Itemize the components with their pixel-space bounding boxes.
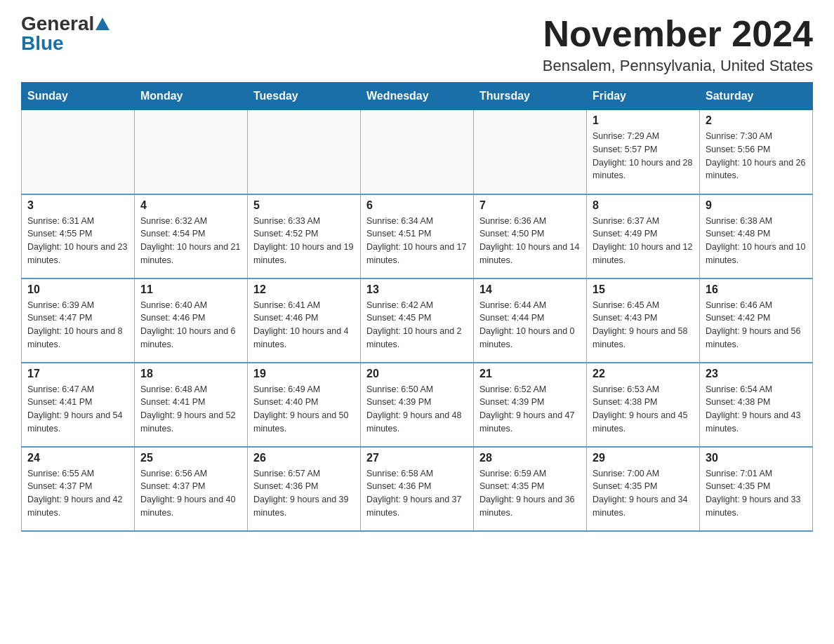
col-thursday: Thursday — [474, 83, 587, 110]
day-info: Sunrise: 7:30 AM Sunset: 5:56 PM Dayligh… — [706, 130, 807, 182]
calendar-cell: 18Sunrise: 6:48 AM Sunset: 4:41 PM Dayli… — [135, 363, 248, 447]
day-number: 28 — [479, 452, 581, 464]
calendar-cell — [22, 110, 135, 194]
logo-general-text: General — [21, 14, 94, 34]
calendar-cell: 15Sunrise: 6:45 AM Sunset: 4:43 PM Dayli… — [587, 279, 700, 363]
calendar-cell: 24Sunrise: 6:55 AM Sunset: 4:37 PM Dayli… — [22, 447, 135, 531]
day-info: Sunrise: 6:44 AM Sunset: 4:44 PM Dayligh… — [479, 299, 581, 351]
calendar-cell — [474, 110, 587, 194]
calendar-cell: 13Sunrise: 6:42 AM Sunset: 4:45 PM Dayli… — [361, 279, 474, 363]
day-info: Sunrise: 7:01 AM Sunset: 4:35 PM Dayligh… — [706, 467, 807, 520]
col-friday: Friday — [587, 83, 700, 110]
calendar-cell — [361, 110, 474, 194]
day-info: Sunrise: 6:53 AM Sunset: 4:38 PM Dayligh… — [593, 383, 694, 436]
calendar-cell: 7Sunrise: 6:36 AM Sunset: 4:50 PM Daylig… — [474, 194, 587, 279]
day-info: Sunrise: 6:33 AM Sunset: 4:52 PM Dayligh… — [253, 215, 355, 267]
calendar-cell: 16Sunrise: 6:46 AM Sunset: 4:42 PM Dayli… — [700, 279, 813, 363]
calendar-cell — [248, 110, 361, 194]
day-number: 14 — [479, 283, 581, 296]
calendar-cell: 28Sunrise: 6:59 AM Sunset: 4:35 PM Dayli… — [474, 447, 587, 531]
calendar-week-row: 3Sunrise: 6:31 AM Sunset: 4:55 PM Daylig… — [22, 194, 813, 279]
calendar-cell: 5Sunrise: 6:33 AM Sunset: 4:52 PM Daylig… — [248, 194, 361, 279]
calendar-week-row: 24Sunrise: 6:55 AM Sunset: 4:37 PM Dayli… — [22, 447, 813, 531]
logo-triangle-icon — [95, 18, 110, 30]
col-saturday: Saturday — [700, 83, 813, 110]
day-info: Sunrise: 6:58 AM Sunset: 4:36 PM Dayligh… — [366, 467, 468, 520]
calendar-cell: 20Sunrise: 6:50 AM Sunset: 4:39 PM Dayli… — [361, 363, 474, 447]
calendar-header-row: Sunday Monday Tuesday Wednesday Thursday… — [22, 83, 813, 110]
day-number: 7 — [479, 199, 581, 212]
title-block: November 2024 Bensalem, Pennsylvania, Un… — [543, 14, 813, 75]
day-number: 25 — [140, 452, 241, 464]
logo: General Blue — [21, 14, 110, 53]
col-wednesday: Wednesday — [361, 83, 474, 110]
day-info: Sunrise: 6:32 AM Sunset: 4:54 PM Dayligh… — [140, 215, 241, 267]
calendar-cell: 1Sunrise: 7:29 AM Sunset: 5:57 PM Daylig… — [587, 110, 700, 194]
calendar-cell: 26Sunrise: 6:57 AM Sunset: 4:36 PM Dayli… — [248, 447, 361, 531]
col-monday: Monday — [135, 83, 248, 110]
day-info: Sunrise: 6:31 AM Sunset: 4:55 PM Dayligh… — [27, 215, 128, 267]
day-info: Sunrise: 7:29 AM Sunset: 5:57 PM Dayligh… — [593, 130, 694, 182]
day-info: Sunrise: 6:46 AM Sunset: 4:42 PM Dayligh… — [706, 299, 807, 351]
calendar-table: Sunday Monday Tuesday Wednesday Thursday… — [21, 82, 813, 532]
day-info: Sunrise: 6:50 AM Sunset: 4:39 PM Dayligh… — [366, 383, 468, 436]
day-info: Sunrise: 6:55 AM Sunset: 4:37 PM Dayligh… — [27, 467, 128, 520]
calendar-cell: 3Sunrise: 6:31 AM Sunset: 4:55 PM Daylig… — [22, 194, 135, 279]
day-info: Sunrise: 6:49 AM Sunset: 4:40 PM Dayligh… — [253, 383, 355, 436]
day-info: Sunrise: 6:54 AM Sunset: 4:38 PM Dayligh… — [706, 383, 807, 436]
day-info: Sunrise: 7:00 AM Sunset: 4:35 PM Dayligh… — [593, 467, 694, 520]
logo-blue-text: Blue — [21, 34, 64, 53]
day-info: Sunrise: 6:39 AM Sunset: 4:47 PM Dayligh… — [27, 299, 128, 351]
day-info: Sunrise: 6:42 AM Sunset: 4:45 PM Dayligh… — [366, 299, 468, 351]
calendar-week-row: 10Sunrise: 6:39 AM Sunset: 4:47 PM Dayli… — [22, 279, 813, 363]
calendar-cell: 6Sunrise: 6:34 AM Sunset: 4:51 PM Daylig… — [361, 194, 474, 279]
day-info: Sunrise: 6:57 AM Sunset: 4:36 PM Dayligh… — [253, 467, 355, 520]
day-number: 26 — [253, 452, 355, 464]
day-info: Sunrise: 6:47 AM Sunset: 4:41 PM Dayligh… — [27, 383, 128, 436]
day-info: Sunrise: 6:37 AM Sunset: 4:49 PM Dayligh… — [593, 215, 694, 267]
day-number: 19 — [253, 368, 355, 380]
day-number: 12 — [253, 283, 355, 296]
day-number: 15 — [593, 283, 694, 296]
day-info: Sunrise: 6:52 AM Sunset: 4:39 PM Dayligh… — [479, 383, 581, 436]
day-number: 4 — [140, 199, 241, 212]
day-number: 13 — [366, 283, 468, 296]
day-info: Sunrise: 6:41 AM Sunset: 4:46 PM Dayligh… — [253, 299, 355, 351]
col-tuesday: Tuesday — [248, 83, 361, 110]
calendar-cell: 30Sunrise: 7:01 AM Sunset: 4:35 PM Dayli… — [700, 447, 813, 531]
day-number: 20 — [366, 368, 468, 380]
month-title: November 2024 — [543, 14, 813, 54]
day-number: 11 — [140, 283, 241, 296]
calendar-week-row: 17Sunrise: 6:47 AM Sunset: 4:41 PM Dayli… — [22, 363, 813, 447]
calendar-cell: 12Sunrise: 6:41 AM Sunset: 4:46 PM Dayli… — [248, 279, 361, 363]
day-number: 10 — [27, 283, 128, 296]
day-number: 9 — [706, 199, 807, 212]
calendar-cell: 9Sunrise: 6:38 AM Sunset: 4:48 PM Daylig… — [700, 194, 813, 279]
page-header: General Blue November 2024 Bensalem, Pen… — [21, 14, 813, 75]
calendar-cell: 22Sunrise: 6:53 AM Sunset: 4:38 PM Dayli… — [587, 363, 700, 447]
day-number: 16 — [706, 283, 807, 296]
day-info: Sunrise: 6:36 AM Sunset: 4:50 PM Dayligh… — [479, 215, 581, 267]
day-info: Sunrise: 6:45 AM Sunset: 4:43 PM Dayligh… — [593, 299, 694, 351]
day-info: Sunrise: 6:56 AM Sunset: 4:37 PM Dayligh… — [140, 467, 241, 520]
col-sunday: Sunday — [22, 83, 135, 110]
day-info: Sunrise: 6:38 AM Sunset: 4:48 PM Dayligh… — [706, 215, 807, 267]
calendar-cell: 29Sunrise: 7:00 AM Sunset: 4:35 PM Dayli… — [587, 447, 700, 531]
day-number: 1 — [593, 114, 694, 127]
day-number: 23 — [706, 368, 807, 380]
day-info: Sunrise: 6:48 AM Sunset: 4:41 PM Dayligh… — [140, 383, 241, 436]
calendar-cell: 8Sunrise: 6:37 AM Sunset: 4:49 PM Daylig… — [587, 194, 700, 279]
day-number: 24 — [27, 452, 128, 464]
day-number: 18 — [140, 368, 241, 380]
calendar-cell: 17Sunrise: 6:47 AM Sunset: 4:41 PM Dayli… — [22, 363, 135, 447]
day-info: Sunrise: 6:59 AM Sunset: 4:35 PM Dayligh… — [479, 467, 581, 520]
calendar-cell: 21Sunrise: 6:52 AM Sunset: 4:39 PM Dayli… — [474, 363, 587, 447]
day-number: 2 — [706, 114, 807, 127]
day-number: 29 — [593, 452, 694, 464]
day-number: 30 — [706, 452, 807, 464]
calendar-cell: 27Sunrise: 6:58 AM Sunset: 4:36 PM Dayli… — [361, 447, 474, 531]
calendar-cell: 2Sunrise: 7:30 AM Sunset: 5:56 PM Daylig… — [700, 110, 813, 194]
calendar-cell: 25Sunrise: 6:56 AM Sunset: 4:37 PM Dayli… — [135, 447, 248, 531]
location-title: Bensalem, Pennsylvania, United States — [543, 57, 813, 75]
day-number: 17 — [27, 368, 128, 380]
